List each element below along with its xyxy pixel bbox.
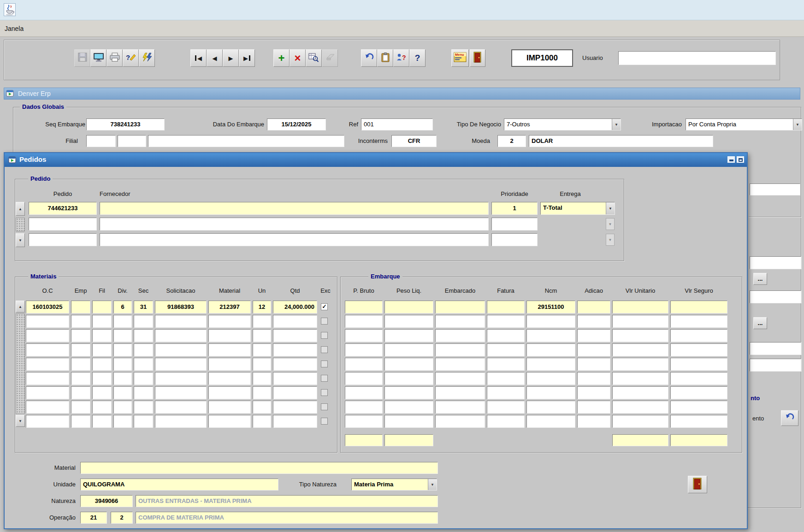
pedido-cell[interactable]: 744621233 <box>29 202 97 215</box>
ncm-cell[interactable] <box>526 415 575 428</box>
help-button[interactable]: ? <box>409 49 426 67</box>
qtd-cell[interactable] <box>273 315 317 328</box>
delete-record-button[interactable]: × <box>290 49 306 67</box>
solicitacao-cell[interactable] <box>155 415 207 428</box>
div-cell[interactable] <box>113 372 132 385</box>
peso-liq-cell[interactable] <box>384 343 433 356</box>
background-ellipsis-button[interactable]: ... <box>753 273 767 285</box>
emp-cell[interactable] <box>71 401 90 414</box>
material-cell[interactable] <box>208 401 251 414</box>
solicitacao-cell[interactable] <box>155 358 207 371</box>
div-cell[interactable] <box>113 329 132 342</box>
p-bruto-cell[interactable] <box>345 329 383 342</box>
div-cell[interactable] <box>113 415 132 428</box>
material-cell[interactable] <box>208 343 251 356</box>
oc-cell[interactable] <box>26 372 69 385</box>
moeda-desc-field[interactable]: DOLAR <box>529 135 713 147</box>
data-embarque-field[interactable]: 15/12/2025 <box>267 118 326 130</box>
entrega-combo[interactable]: T-Total ▼ <box>540 202 615 215</box>
qtd-cell[interactable] <box>273 343 317 356</box>
operacao-code2-field[interactable]: 2 <box>111 512 133 524</box>
sec-cell[interactable] <box>134 358 153 371</box>
fil-cell[interactable] <box>92 401 112 414</box>
emp-cell[interactable] <box>71 343 90 356</box>
chevron-down-icon[interactable]: ▼ <box>606 202 615 214</box>
solicitacao-cell[interactable]: 91868393 <box>155 301 207 313</box>
fornecedor-cell[interactable] <box>100 233 489 246</box>
fatura-cell[interactable] <box>487 343 525 356</box>
ncm-cell[interactable] <box>526 401 575 414</box>
operacao-code1-field[interactable]: 21 <box>80 512 107 524</box>
fil-cell[interactable] <box>92 301 112 313</box>
enter-query-button[interactable]: ? <box>123 49 139 67</box>
prioridade-cell[interactable]: 1 <box>491 202 538 215</box>
importacao-combo[interactable]: Por Conta Propria ▼ <box>686 118 802 130</box>
display-button[interactable] <box>90 49 106 67</box>
vlr-seguro-cell[interactable] <box>670 386 727 399</box>
peso-liq-cell[interactable] <box>384 329 433 342</box>
dialog-exit-button[interactable] <box>688 476 707 493</box>
peso-liq-cell[interactable] <box>384 358 433 371</box>
tipo-natureza-combo[interactable]: Materia Prima ▼ <box>351 479 437 491</box>
embarcado-cell[interactable] <box>435 372 485 385</box>
vlr-seguro-cell[interactable] <box>670 415 727 428</box>
vlr-unitario-cell[interactable] <box>612 415 668 428</box>
usuario-input[interactable] <box>618 51 776 65</box>
fil-cell[interactable] <box>92 329 112 342</box>
natureza-code-field[interactable]: 3949066 <box>80 495 133 507</box>
chevron-down-icon[interactable]: ▼ <box>606 218 615 230</box>
un-cell[interactable] <box>253 343 271 356</box>
fil-cell[interactable] <box>92 343 112 356</box>
un-cell[interactable]: 12 <box>253 301 271 313</box>
emp-cell[interactable] <box>71 415 90 428</box>
vlr-seguro-cell[interactable] <box>670 329 727 342</box>
adicao-cell[interactable] <box>577 372 610 385</box>
ncm-cell[interactable] <box>526 372 575 385</box>
p-bruto-cell[interactable] <box>345 372 383 385</box>
oc-cell[interactable] <box>26 415 69 428</box>
ncm-cell[interactable] <box>526 329 575 342</box>
p-bruto-cell[interactable] <box>345 343 383 356</box>
qtd-cell[interactable] <box>273 415 317 428</box>
user-help-button[interactable]: ? <box>393 49 409 67</box>
sec-cell[interactable] <box>134 386 153 399</box>
div-cell[interactable]: 6 <box>113 301 132 313</box>
material-cell[interactable] <box>208 358 251 371</box>
sec-cell[interactable] <box>134 415 153 428</box>
vlr-unitario-cell[interactable] <box>612 329 668 342</box>
fatura-cell[interactable] <box>487 358 525 371</box>
oc-cell[interactable] <box>26 358 69 371</box>
background-ellipsis-button[interactable]: ... <box>753 317 767 329</box>
clipboard-button[interactable] <box>377 49 393 67</box>
qtd-cell[interactable] <box>273 372 317 385</box>
emp-cell[interactable] <box>71 301 90 313</box>
exc-checkbox[interactable] <box>321 418 328 425</box>
chevron-down-icon[interactable]: ▼ <box>612 119 621 130</box>
qtd-cell[interactable] <box>273 358 317 371</box>
un-cell[interactable] <box>253 358 271 371</box>
filial-field-2[interactable] <box>118 135 146 147</box>
peso-liq-cell[interactable] <box>384 301 433 313</box>
vlr-seguro-cell[interactable] <box>670 301 727 313</box>
materiais-scroll-up-button[interactable]: ▲ <box>16 301 25 313</box>
chevron-down-icon[interactable]: ▼ <box>606 234 615 246</box>
embarcado-cell[interactable] <box>435 301 485 313</box>
moeda-code-field[interactable]: 2 <box>497 135 526 147</box>
sec-cell[interactable] <box>134 372 153 385</box>
p-bruto-cell[interactable] <box>345 315 383 328</box>
prioridade-cell[interactable] <box>491 233 538 246</box>
pedidos-title-bar[interactable]: Pedidos <box>5 153 747 167</box>
ncm-cell[interactable] <box>526 386 575 399</box>
prioridade-cell[interactable] <box>491 218 538 231</box>
insert-record-button[interactable]: + <box>273 49 290 67</box>
menu-janela[interactable]: Janela <box>5 24 24 33</box>
vlr-seguro-cell[interactable] <box>670 343 727 356</box>
fornecedor-cell[interactable] <box>100 218 489 231</box>
first-record-button[interactable]: ◀ <box>190 49 207 67</box>
adicao-cell[interactable] <box>577 386 610 399</box>
pedido-scroll-up-button[interactable]: ▲ <box>16 202 25 216</box>
lov-button[interactable] <box>306 49 322 67</box>
entrega-combo[interactable]: ▼ <box>540 233 615 246</box>
ncm-cell[interactable]: 29151100 <box>526 301 575 313</box>
last-record-button[interactable]: ▶ <box>239 49 255 67</box>
